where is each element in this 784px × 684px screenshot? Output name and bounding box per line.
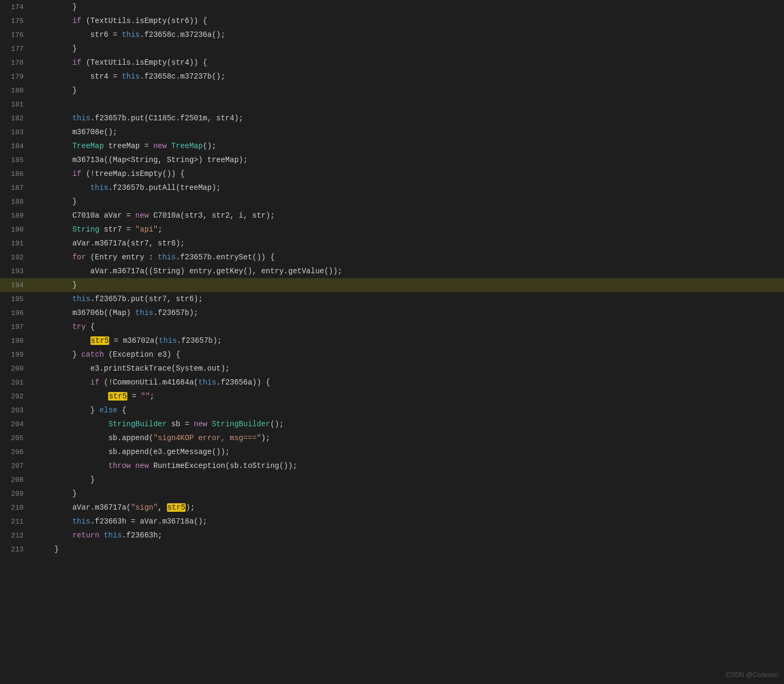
line-content: String str7 = "api"; <box>32 222 784 236</box>
line-number: 180 <box>0 84 32 98</box>
code-line: 213 } <box>0 542 784 556</box>
code-line: 187 this.f23657b.putAll(treeMap); <box>0 181 784 195</box>
line-number: 209 <box>0 487 32 501</box>
line-number: 187 <box>0 181 32 195</box>
line-content: aVar.m36717a(str7, str6); <box>32 236 784 250</box>
code-line: 192 for (Entry entry : this.f23657b.entr… <box>0 250 784 264</box>
line-number: 178 <box>0 56 32 70</box>
line-content: } catch (Exception e3) { <box>32 348 784 362</box>
line-number: 208 <box>0 473 32 487</box>
code-line: 180 } <box>0 83 784 97</box>
line-content: C7010a aVar = new C7010a(str3, str2, i, … <box>32 209 784 222</box>
code-line: 197 try { <box>0 320 784 334</box>
line-number: 183 <box>0 126 32 140</box>
line-content: this.f23657b.putAll(treeMap); <box>32 181 784 195</box>
code-line: 181 <box>0 97 784 111</box>
code-line: 210 aVar.m36717a("sign", str5); <box>0 501 784 514</box>
code-line: 177 } <box>0 42 784 56</box>
line-content: } <box>32 278 784 292</box>
line-number: 199 <box>0 348 32 362</box>
line-number: 203 <box>0 404 32 418</box>
code-line: 186 if (!treeMap.isEmpty()) { <box>0 167 784 181</box>
line-number: 185 <box>0 153 32 167</box>
line-content: TreeMap treeMap = new TreeMap(); <box>32 139 784 153</box>
line-content: } <box>32 0 784 14</box>
line-content: sb.append("sign4KOP error, msg==="); <box>32 431 784 445</box>
line-content: this.f23663h = aVar.m36718a(); <box>32 514 784 528</box>
code-line: 178 if (TextUtils.isEmpty(str4)) { <box>0 56 784 70</box>
line-number: 207 <box>0 459 32 473</box>
line-number: 196 <box>0 306 32 320</box>
line-number: 174 <box>0 1 32 14</box>
code-line: 198 str5 = m36702a(this.f23657b); <box>0 334 784 348</box>
line-number: 175 <box>0 14 32 28</box>
line-number: 189 <box>0 209 32 223</box>
watermark: CSDN @Codeooo <box>726 671 779 679</box>
line-number: 179 <box>0 70 32 84</box>
line-number: 176 <box>0 28 32 42</box>
code-line: 203 } else { <box>0 403 784 417</box>
line-content: this.f23657b.put(str7, str6); <box>32 292 784 306</box>
line-number: 182 <box>0 112 32 126</box>
line-number: 177 <box>0 42 32 56</box>
code-line: 207 throw new RuntimeException(sb.toStri… <box>0 459 784 473</box>
code-line: 202 str5 = ""; <box>0 389 784 403</box>
code-line: 211 this.f23663h = aVar.m36718a(); <box>0 514 784 528</box>
line-number: 192 <box>0 251 32 265</box>
line-content: m36706b((Map) this.f23657b); <box>32 306 784 320</box>
code-line: 174 } <box>0 0 784 14</box>
line-content: if (!CommonUtil.m41684a(this.f23656a)) { <box>32 375 784 389</box>
code-line: 200 e3.printStackTrace(System.out); <box>0 362 784 375</box>
line-content: try { <box>32 320 784 334</box>
code-line: 183 m36708e(); <box>0 125 784 139</box>
line-number: 184 <box>0 140 32 153</box>
line-content: } <box>32 487 784 501</box>
line-number: 188 <box>0 195 32 209</box>
line-number: 193 <box>0 265 32 279</box>
line-content: str4 = this.f23658c.m37237b(); <box>32 70 784 83</box>
code-line: 201 if (!CommonUtil.m41684a(this.f23656a… <box>0 375 784 389</box>
line-content: sb.append(e3.getMessage()); <box>32 445 784 459</box>
code-line: 179 str4 = this.f23658c.m37237b(); <box>0 70 784 83</box>
code-line: 188 } <box>0 195 784 209</box>
code-line: 185 m36713a((Map<String, String>) treeMa… <box>0 153 784 167</box>
line-content: } else { <box>32 403 784 417</box>
code-line: 194 } <box>0 278 784 292</box>
line-number: 191 <box>0 237 32 251</box>
line-number: 210 <box>0 501 32 515</box>
line-content: str6 = this.f23658c.m37236a(); <box>32 28 784 42</box>
line-content: if (TextUtils.isEmpty(str6)) { <box>32 14 784 28</box>
code-line: 193 aVar.m36717a((String) entry.getKey()… <box>0 264 784 278</box>
code-line: 199 } catch (Exception e3) { <box>0 348 784 362</box>
line-content: for (Entry entry : this.f23657b.entrySet… <box>32 250 784 264</box>
code-line: 208 } <box>0 473 784 487</box>
code-line: 204 StringBuilder sb = new StringBuilder… <box>0 417 784 431</box>
code-line: 182 this.f23657b.put(C1185c.f2501m, str4… <box>0 111 784 125</box>
line-content: if (!treeMap.isEmpty()) { <box>32 167 784 181</box>
line-number: 213 <box>0 543 32 557</box>
code-line: 191 aVar.m36717a(str7, str6); <box>0 236 784 250</box>
code-line: 195 this.f23657b.put(str7, str6); <box>0 292 784 306</box>
line-content: str5 = m36702a(this.f23657b); <box>32 334 784 348</box>
line-number: 212 <box>0 529 32 543</box>
line-content: str5 = ""; <box>32 389 784 403</box>
line-content: if (TextUtils.isEmpty(str4)) { <box>32 56 784 70</box>
line-content: aVar.m36717a((String) entry.getKey(), en… <box>32 264 784 278</box>
line-content: m36713a((Map<String, String>) treeMap); <box>32 153 784 167</box>
line-content: this.f23657b.put(C1185c.f2501m, str4); <box>32 111 784 125</box>
code-line: 205 sb.append("sign4KOP error, msg==="); <box>0 431 784 445</box>
line-number: 206 <box>0 445 32 459</box>
code-container: 174 } 175 if (TextUtils.isEmpty(str6)) {… <box>0 0 784 684</box>
line-content: return this.f23663h; <box>32 528 784 542</box>
line-content: } <box>32 542 784 556</box>
line-content: } <box>32 42 784 56</box>
line-number: 186 <box>0 167 32 181</box>
code-line: 196 m36706b((Map) this.f23657b); <box>0 306 784 320</box>
line-number: 195 <box>0 293 32 306</box>
line-number: 181 <box>0 98 32 112</box>
code-line: 212 return this.f23663h; <box>0 528 784 542</box>
line-number: 202 <box>0 390 32 404</box>
line-number: 194 <box>0 279 32 293</box>
line-content: throw new RuntimeException(sb.toString()… <box>32 459 784 473</box>
line-number: 197 <box>0 320 32 334</box>
